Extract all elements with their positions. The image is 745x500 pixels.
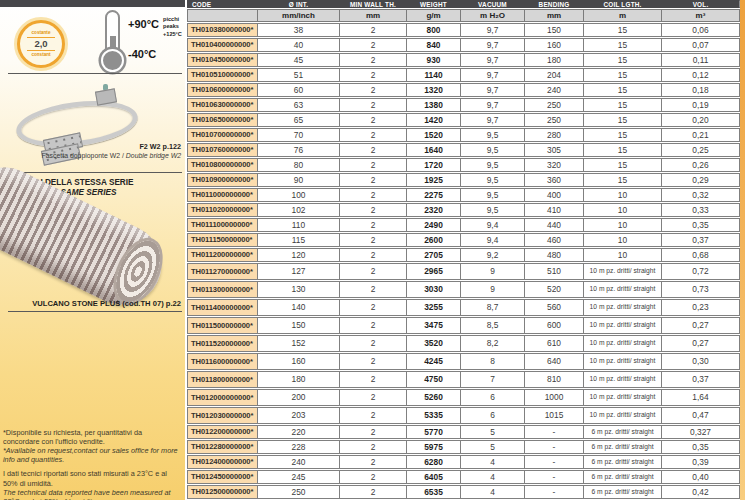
table-cell-weight: 2275 xyxy=(406,188,461,202)
table-cell-bending: 280 xyxy=(524,128,584,142)
badge-value: 2,0 xyxy=(34,39,47,49)
table-cell-code: TH011300000000* xyxy=(187,281,258,298)
table-cell-vol: 0,39 xyxy=(661,455,740,469)
table-cell-code: TH012400000000* xyxy=(187,455,258,469)
table-cell-vol: 0,73 xyxy=(661,281,740,298)
table-cell-vacuum: 9 xyxy=(460,263,525,280)
table-cell-d_int: 180 xyxy=(257,371,340,388)
table-cell-d_int: 140 xyxy=(257,299,340,316)
peaks-label-en: peaks xyxy=(163,23,182,30)
table-cell-coil: 10 m pz. dritti/ straight xyxy=(583,389,662,406)
column-header-coil: COIL LGTH. xyxy=(583,0,662,8)
table-cell-weight: 930 xyxy=(406,53,461,67)
table-cell-bending: 640 xyxy=(524,353,584,370)
constant-diameter-badge-icon: costante 2,0 constant xyxy=(14,17,68,71)
table-row: TH011300000000*13023030952010 m pz. drit… xyxy=(187,281,740,298)
table-cell-code: TH011500000000* xyxy=(187,317,258,334)
table-cell-bending: - xyxy=(524,470,584,484)
table-cell-coil: 15 xyxy=(583,113,662,127)
table-cell-weight: 3030 xyxy=(406,281,461,298)
table-row: TH012280000000*228259755-6 m pz. dritti/… xyxy=(187,440,740,454)
table-cell-vol: 0,68 xyxy=(661,248,740,262)
table-cell-wall: 2 xyxy=(339,233,407,247)
table-cell-wall: 2 xyxy=(339,485,407,499)
table-cell-code: TH011150000000* xyxy=(187,233,258,247)
table-cell-weight: 800 xyxy=(406,23,461,37)
table-cell-code: TH012030000000* xyxy=(187,407,258,424)
table-cell-bending: 180 xyxy=(524,53,584,67)
table-cell-vacuum: 6 xyxy=(460,389,525,406)
table-cell-weight: 2320 xyxy=(406,203,461,217)
table-cell-vacuum: 9,4 xyxy=(460,218,525,232)
table-cell-d_int: 228 xyxy=(257,440,340,454)
temperature-min: -40°C xyxy=(128,48,156,60)
table-cell-d_int: 38 xyxy=(257,23,340,37)
footnote-measured-it: I dati tecnici riportati sono stati misu… xyxy=(3,469,180,487)
table-cell-code: TH011600000000* xyxy=(187,353,258,370)
table-cell-coil: 6 m pz. dritti/ straight xyxy=(583,425,662,439)
table-cell-vol: 0,37 xyxy=(661,371,740,388)
table-cell-coil: 15 xyxy=(583,23,662,37)
table-row: TH010600000000*60213209,7240150,18 xyxy=(187,83,740,97)
table-cell-bending: 1015 xyxy=(524,407,584,424)
table-cell-vacuum: 9,7 xyxy=(460,98,525,112)
table-cell-vacuum: 9,5 xyxy=(460,128,525,142)
table-cell-d_int: 76 xyxy=(257,143,340,157)
table-cell-vol: 0,35 xyxy=(661,440,740,454)
spec-table: CODEØ INT.MIN WALL TH.WEIGHTVACUUMBENDIN… xyxy=(187,0,740,500)
table-cell-vacuum: 9,5 xyxy=(460,188,525,202)
table-cell-code: TH010650000000* xyxy=(187,113,258,127)
table-cell-weight: 5335 xyxy=(406,407,461,424)
column-header-vacuum: VACUUM xyxy=(460,0,525,8)
table-cell-bending: 360 xyxy=(524,173,584,187)
table-cell-bending: 600 xyxy=(524,317,584,334)
table-row: TH010900000000*90219259,5360150,29 xyxy=(187,173,740,187)
table-cell-code: TH011400000000* xyxy=(187,299,258,316)
clamp-caption-it: Fascetta doppioponte W2 / xyxy=(42,152,126,159)
table-row: TH010450000000*4529309,7180150,11 xyxy=(187,53,740,67)
table-cell-wall: 2 xyxy=(339,128,407,142)
table-cell-coil: 15 xyxy=(583,98,662,112)
table-row: TH011520000000*152235208,261010 m pz. dr… xyxy=(187,335,740,352)
table-cell-weight: 5975 xyxy=(406,440,461,454)
table-cell-wall: 2 xyxy=(339,158,407,172)
table-cell-d_int: 200 xyxy=(257,389,340,406)
table-cell-vacuum: 9,5 xyxy=(460,158,525,172)
same-series-item-caption: VULCANO STONE PLUS (cod.TH 07) p.22 xyxy=(32,299,181,308)
table-cell-wall: 2 xyxy=(339,389,407,406)
table-cell-coil: 10 m pz. dritti/ straight xyxy=(583,281,662,298)
table-cell-bending: 400 xyxy=(524,188,584,202)
table-cell-weight: 1520 xyxy=(406,128,461,142)
table-cell-code: TH011520000000* xyxy=(187,335,258,352)
table-cell-wall: 2 xyxy=(339,188,407,202)
table-cell-wall: 2 xyxy=(339,440,407,454)
table-cell-code: TH010630000000* xyxy=(187,98,258,112)
table-body: TH010380000000*3828009,7150150,06TH01040… xyxy=(187,23,740,499)
table-cell-d_int: 115 xyxy=(257,233,340,247)
table-cell-bending: - xyxy=(524,425,584,439)
table-cell-weight: 1140 xyxy=(406,68,461,82)
table-cell-vol: 0,42 xyxy=(661,485,740,499)
table-cell-weight: 5260 xyxy=(406,389,461,406)
column-unit-wall: mm xyxy=(339,9,407,22)
column-unit-vol: m³ xyxy=(661,9,740,22)
table-cell-bending: 410 xyxy=(524,203,584,217)
table-row: TH011150000000*115226009,4460100,37 xyxy=(187,233,740,247)
table-cell-weight: 1925 xyxy=(406,173,461,187)
table-cell-weight: 1420 xyxy=(406,113,461,127)
table-cell-wall: 2 xyxy=(339,470,407,484)
table-cell-coil: 10 m pz. dritti/ straight xyxy=(583,353,662,370)
table-cell-vol: 0,19 xyxy=(661,98,740,112)
table-row: TH011000000000*100222759,5400100,32 xyxy=(187,188,740,202)
table-row: TH010650000000*65214209,7250150,20 xyxy=(187,113,740,127)
table-cell-weight: 2600 xyxy=(406,233,461,247)
table-cell-weight: 1720 xyxy=(406,158,461,172)
table-cell-coil: 10 m pz. dritti/ straight xyxy=(583,371,662,388)
table-cell-wall: 2 xyxy=(339,38,407,52)
table-cell-weight: 1380 xyxy=(406,98,461,112)
table-cell-bending: 160 xyxy=(524,38,584,52)
table-cell-bending: 204 xyxy=(524,68,584,82)
table-cell-vol: 0,20 xyxy=(661,113,740,127)
table-cell-weight: 6405 xyxy=(406,470,461,484)
table-cell-bending: - xyxy=(524,455,584,469)
